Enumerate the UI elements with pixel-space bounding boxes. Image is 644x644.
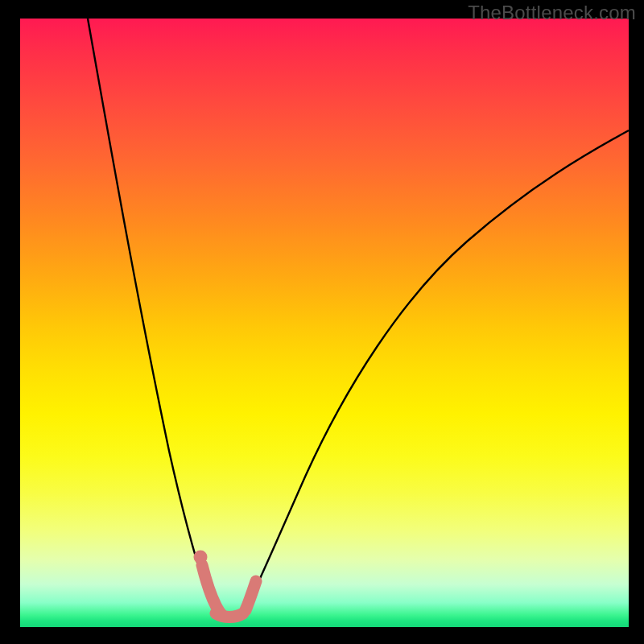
accent-right — [246, 581, 256, 610]
accent-left — [202, 565, 222, 615]
chart-frame: TheBottleneck.com — [0, 0, 644, 644]
watermark-label: TheBottleneck.com — [468, 2, 636, 24]
curve-right — [242, 130, 629, 615]
accent-dot — [194, 551, 208, 564]
accent-bottom — [216, 613, 243, 617]
chart-svg — [0, 0, 644, 644]
curve-left — [88, 19, 219, 615]
